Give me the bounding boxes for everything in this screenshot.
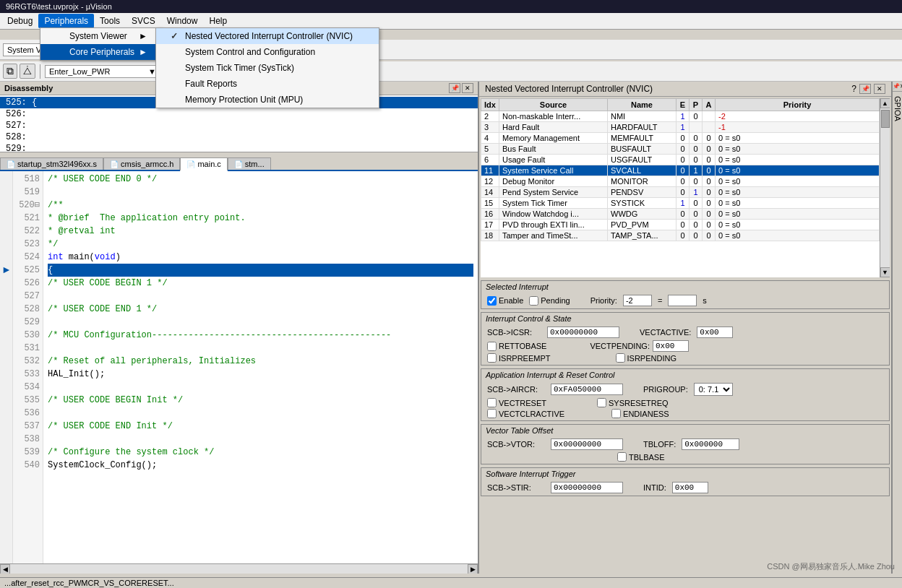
cell-name: MONITOR: [608, 176, 676, 187]
menu-systick[interactable]: System Tick Timer (SysTick): [156, 60, 379, 76]
selected-interrupt-section: Selected Interrupt Enable Pending Priori…: [481, 280, 890, 309]
menu-core-peripherals[interactable]: Core Peripherals ►: [40, 44, 162, 60]
menu-tools[interactable]: Tools: [94, 14, 126, 28]
disassembly-close[interactable]: ✕: [462, 83, 473, 93]
isrpending-label[interactable]: ISRPENDING: [616, 353, 676, 363]
gpioa-pin[interactable]: 📌: [893, 83, 900, 90]
cell-priority: 0 = s0: [716, 144, 880, 155]
tab-cmsis[interactable]: 📄 cmsis_armcc.h: [103, 157, 180, 170]
isrpreempt-check[interactable]: [487, 353, 497, 363]
table-row[interactable]: 16 Window Watchdog i... WWDG 0 0 0 0 = s…: [481, 209, 880, 220]
table-row[interactable]: 11 System Service Call SVCALL 0 1 0 0 = …: [481, 165, 880, 176]
code-line-527: [48, 290, 473, 303]
code-line-533: HAL_Init();: [48, 368, 473, 381]
endianess-label[interactable]: ENDIANESS: [611, 409, 669, 418]
tblbase-label[interactable]: TBLBASE: [617, 452, 665, 462]
menu-fault-reports[interactable]: Fault Reports: [156, 76, 379, 92]
isrpreempt-label[interactable]: ISRPREEMPT: [487, 353, 551, 363]
priority-s-label: s: [703, 296, 707, 305]
table-row[interactable]: 6 Usage Fault USGFAULT 0 0 0 0 = s0: [481, 155, 880, 165]
h-scrollbar[interactable]: ◀ ▶: [0, 563, 478, 574]
intid-input[interactable]: [672, 482, 708, 493]
cell-e: 0: [676, 176, 690, 187]
h-scroll-track[interactable]: [10, 566, 468, 573]
scroll-up[interactable]: ▲: [880, 98, 890, 108]
pending-check-label[interactable]: Pending: [529, 296, 570, 306]
vectactive-input[interactable]: [697, 327, 733, 338]
vectpending-input[interactable]: [653, 340, 689, 352]
sysresetreq-label[interactable]: SYSRESETREQ: [597, 398, 669, 407]
tab-main[interactable]: 📄 main.c: [180, 157, 227, 171]
vtor-input[interactable]: [551, 438, 623, 450]
toolbar-enter-low-pwr[interactable]: Enter_Low_PWR ▼: [45, 65, 160, 78]
rettobase-label[interactable]: RETTOBASE: [487, 342, 546, 351]
priority-input[interactable]: [623, 295, 652, 306]
icsr-input[interactable]: [547, 327, 619, 338]
table-row[interactable]: 14 Pend System Service PENDSV 0 1 0 0 = …: [481, 187, 880, 198]
vectclractive-label[interactable]: VECTCLRACTIVE: [487, 409, 564, 418]
menu-sys-control[interactable]: System Control and Configuration: [156, 44, 379, 60]
scroll-down[interactable]: ▼: [880, 267, 890, 277]
app-check-row-2: VECTCLRACTIVE ENDIANESS: [487, 409, 883, 418]
cell-source: Tamper and TimeSt...: [499, 230, 608, 241]
status-bar: ...after_reset_rcc_PWMCR_VS_CORERESET...: [0, 577, 902, 588]
menu-svcs[interactable]: SVCS: [126, 14, 161, 28]
icsr-label: SCB->ICSR:: [487, 328, 541, 337]
h-scroll-right[interactable]: ▶: [468, 564, 478, 574]
nvic-pin[interactable]: 📌: [859, 84, 871, 94]
vectclractive-check[interactable]: [487, 409, 497, 418]
btn-step-in[interactable]: ⧊: [20, 64, 35, 79]
menu-window[interactable]: Window: [161, 14, 204, 28]
menu-peripherals[interactable]: Peripherals: [38, 14, 94, 28]
app-interrupt-title: Application Interrupt & Reset Control: [481, 369, 889, 381]
vectreset-label[interactable]: VECTRESET: [487, 398, 546, 407]
code-line-524: int main(void): [48, 251, 473, 264]
cell-source: PVD through EXTI lin...: [499, 220, 608, 230]
table-row[interactable]: 4 Memory Management MEMFAULT 0 0 0 0 = s…: [481, 133, 880, 144]
cell-p: 0: [690, 111, 703, 122]
tbloff-input[interactable]: [682, 438, 739, 450]
disassembly-resize[interactable]: [0, 152, 478, 157]
nvic-question[interactable]: ?: [851, 84, 856, 94]
scroll-thumb[interactable]: [881, 110, 890, 128]
table-row[interactable]: 12 Debug Monitor MONITOR 0 0 0 0 = s0: [481, 176, 880, 187]
tab-stm[interactable]: 📄 stm...: [228, 157, 271, 170]
endianess-check[interactable]: [611, 409, 621, 418]
nvic-scrollbar[interactable]: ▲ ▼: [880, 98, 890, 277]
code-line-531: [48, 342, 473, 355]
priority-s-input[interactable]: [668, 295, 697, 306]
pending-checkbox[interactable]: [529, 296, 538, 306]
menu-debug[interactable]: Debug: [1, 14, 38, 28]
table-row[interactable]: 3 Hard Fault HARDFAULT 1 -1: [481, 122, 880, 133]
prigroup-select[interactable]: 0: 7.1: [694, 383, 733, 396]
vectreset-check[interactable]: [487, 398, 497, 407]
menu-help[interactable]: Help: [203, 14, 233, 28]
nvic-close[interactable]: ✕: [874, 84, 885, 94]
table-row[interactable]: 18 Tamper and TimeSt... TAMP_STA... 0 0 …: [481, 230, 880, 241]
cell-idx: 2: [481, 111, 499, 122]
table-row[interactable]: 15 System Tick Timer SYSTICK 1 0 0 0 = s…: [481, 198, 880, 209]
app-interrupt-body: SCB->AIRCR: PRIGROUP: 0: 7.1 VECTRESET: [481, 381, 889, 420]
table-row[interactable]: 2 Non-maskable Interr... NMI 1 0 -2: [481, 111, 880, 122]
btn-step-over[interactable]: ⧉: [3, 64, 17, 79]
rettobase-check[interactable]: [487, 342, 497, 351]
table-row[interactable]: 5 Bus Fault BUSFAULT 0 0 0 0 = s0: [481, 144, 880, 155]
menu-mpu[interactable]: Memory Protection Unit (MPU): [156, 92, 379, 108]
disassembly-pin[interactable]: 📌: [449, 83, 460, 93]
stir-input[interactable]: [551, 482, 623, 493]
software-interrupt-section: Software Interrupt Trigger SCB->STIR: IN…: [481, 467, 890, 496]
aircr-input[interactable]: [551, 384, 623, 395]
tblbase-check[interactable]: [617, 452, 627, 462]
sysresetreq-check[interactable]: [597, 398, 606, 407]
priority-label: Priority:: [590, 296, 617, 305]
enable-check-label[interactable]: Enable: [487, 296, 523, 306]
h-scroll-left[interactable]: ◀: [0, 564, 10, 574]
code-line-523: */: [48, 238, 473, 251]
isrpending-check[interactable]: [616, 353, 625, 363]
table-row[interactable]: 17 PVD through EXTI lin... PVD_PVM 0 0 0…: [481, 220, 880, 230]
menu-nvic[interactable]: ✓ Nested Vectored Interrupt Controller (…: [156, 28, 379, 44]
code-line-530: /* MCU Configuration--------------------…: [48, 329, 473, 342]
tab-startup[interactable]: 📄 startup_stm32l496xx.s: [0, 157, 103, 170]
enable-checkbox[interactable]: [487, 296, 497, 306]
menu-system-viewer[interactable]: System Viewer ►: [40, 28, 162, 44]
